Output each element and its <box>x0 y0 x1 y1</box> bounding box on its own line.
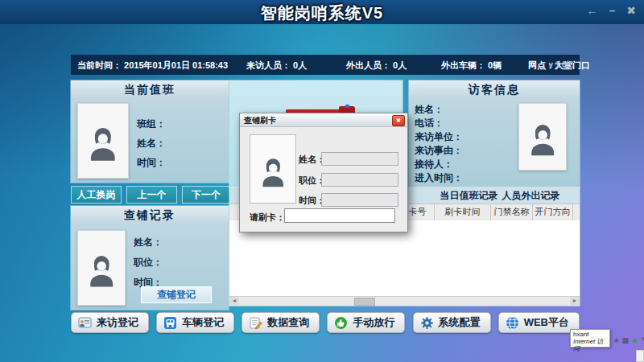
visitor-photo-placeholder <box>518 103 567 171</box>
page-title: 智能岗哨系统V5 <box>0 2 644 24</box>
scroll-left-icon[interactable]: ◄ <box>229 297 239 305</box>
patrol-record-title: 查铺记录 <box>71 206 229 224</box>
dialog-close-icon[interactable]: ✖ <box>392 115 405 126</box>
person-icon <box>524 118 561 159</box>
patrol-photo-placeholder <box>77 230 126 306</box>
dialog-time-field <box>321 193 398 207</box>
minimize-icon[interactable]: – <box>609 4 615 17</box>
taskbar-corner <box>636 350 644 362</box>
patrol-swipe-dialog: 查铺刷卡 ✖ 姓名： 职位： 时间： 请刷卡： <box>239 113 408 232</box>
visitor-count: 来访人员： 0人 <box>246 60 307 72</box>
person-icon <box>256 151 291 191</box>
duty-field-group: 班组： <box>137 117 166 131</box>
swipe-card-input[interactable] <box>284 208 395 223</box>
person-icon <box>83 120 123 166</box>
swipe-card-label: 请刷卡： <box>250 212 285 224</box>
current-duty-title: 当前值班 <box>71 80 229 98</box>
patrol-field-name: 姓名： <box>134 236 163 249</box>
system-tray: ∗ ▦ ☻ ✎ <box>613 335 644 345</box>
out-vehicle-count: 外出车辆： 0辆 <box>441 60 502 72</box>
visitor-field-host: 接待人： <box>415 158 453 171</box>
dialog-title: 查铺刷卡 <box>244 115 276 126</box>
system-config-icon <box>420 316 434 330</box>
previous-button[interactable]: 上一个 <box>126 186 177 204</box>
scroll-right-icon[interactable]: ► <box>570 297 580 305</box>
manual-release-button[interactable]: 手动放行 <box>327 312 405 333</box>
column-door-direction: 开门方向 <box>533 204 573 220</box>
status-bar: 当前时间： 2015年01月01日 01:58:43 来访人员： 0人 外出人员… <box>71 55 580 75</box>
network-access-label: Internet 访问 <box>573 338 607 352</box>
visitor-field-company: 来访单位： <box>415 130 463 144</box>
manual-shift-button[interactable]: 人工换岗 <box>71 186 122 204</box>
current-time: 当前时间： 2015年01月01日 01:58:43 <box>77 60 228 72</box>
visitor-register-button[interactable]: 来访登记 <box>71 312 149 333</box>
window-controls: ← – ✖ <box>586 4 636 17</box>
manual-release-icon <box>334 316 348 330</box>
column-swipe-time: 刷卡时间 <box>435 204 491 220</box>
network-tooltip: hxanf Internet 访问 <box>570 329 610 348</box>
app-window: 智能岗哨系统V5 ← – ✖ 当前时间： 2015年01月01日 01:58:4… <box>0 0 644 362</box>
network-name: hxanf <box>573 331 607 338</box>
tab-out-records[interactable]: 人员外出记录 <box>489 187 573 204</box>
web-platform-button[interactable]: WEB平台 <box>498 312 580 333</box>
visitor-field-reason: 来访事由： <box>415 144 463 158</box>
data-query-icon <box>249 316 262 330</box>
person-icon <box>83 247 120 293</box>
visitor-register-icon <box>78 316 92 330</box>
column-door-name: 门禁名称 <box>491 204 533 220</box>
data-query-button[interactable]: 数据查询 <box>242 312 320 333</box>
visitor-field-entry-time: 进入时间： <box>415 171 463 185</box>
visitor-info-title: 访客信息 <box>409 80 580 98</box>
column-spacer <box>573 204 580 220</box>
dialog-position-field <box>321 173 398 187</box>
out-personnel-count: 外出人员： 0人 <box>346 60 407 72</box>
visitor-field-phone: 电话： <box>415 117 444 130</box>
bottom-toolbar: 来访登记 车辆登记 数据查询 手动放行 系统配置 WEB平台 <box>71 312 580 331</box>
pen-tool-icon[interactable]: ✎ <box>642 335 644 345</box>
duty-field-name: 姓名： <box>137 137 166 150</box>
close-icon[interactable]: ✖ <box>626 4 636 17</box>
title-bar: 智能岗哨系统V5 ← – ✖ <box>0 0 644 24</box>
back-icon[interactable]: ← <box>586 4 597 17</box>
scrollbar-thumb[interactable] <box>354 298 375 306</box>
dialog-title-bar: 查铺刷卡 ✖ <box>240 113 407 127</box>
version-label: v 1.0.2 <box>548 60 573 69</box>
next-button[interactable]: 下一个 <box>182 186 230 204</box>
system-config-button[interactable]: 系统配置 <box>413 312 491 333</box>
duty-photo-placeholder <box>77 103 129 179</box>
patrol-register-button[interactable]: 查铺登记 <box>141 286 212 303</box>
web-platform-icon <box>506 316 519 330</box>
visitor-field-name: 姓名： <box>415 103 444 117</box>
horizontal-scrollbar[interactable]: ◄ ► <box>229 296 580 306</box>
dialog-name-field <box>321 152 398 166</box>
patrol-field-position: 职位： <box>134 256 163 269</box>
ime-status-icon[interactable]: ☻ <box>631 335 638 345</box>
keyboard-icon[interactable]: ▦ <box>622 335 630 345</box>
network-signal-icon[interactable]: ∗ <box>613 335 620 345</box>
dialog-photo-placeholder <box>250 134 296 204</box>
vehicle-register-icon <box>163 316 177 330</box>
duty-field-time: 时间： <box>137 156 166 170</box>
vehicle-register-button[interactable]: 车辆登记 <box>156 312 234 333</box>
